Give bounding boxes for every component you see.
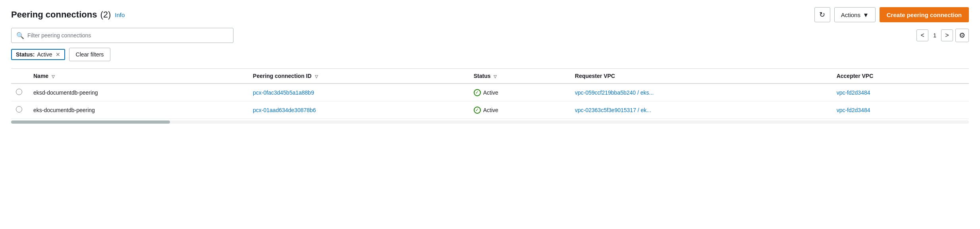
row-accepter-vpc-1: vpc-fd2d3484 bbox=[832, 101, 969, 119]
connection-id-sort-icon[interactable]: ▽ bbox=[315, 74, 318, 79]
actions-button[interactable]: Actions ▼ bbox=[834, 7, 876, 22]
row-name-0: eksd-documentdb-peering bbox=[29, 83, 248, 101]
th-connection-id: Peering connection ID ▽ bbox=[248, 69, 469, 84]
connection-id-link-0[interactable]: pcx-0fac3d45b5a1a88b9 bbox=[253, 89, 314, 96]
search-icon: 🔍 bbox=[16, 32, 24, 39]
row-select-cell bbox=[11, 83, 29, 101]
prev-page-button[interactable]: < bbox=[916, 29, 928, 41]
th-name: Name ▽ bbox=[29, 69, 248, 84]
actions-label: Actions bbox=[841, 12, 860, 18]
table-wrapper: Name ▽ Peering connection ID ▽ Status ▽ … bbox=[11, 68, 969, 124]
page-title: Peering connections bbox=[11, 10, 97, 20]
pagination-area: < 1 > ⚙ bbox=[916, 29, 969, 42]
th-status: Status ▽ bbox=[469, 69, 570, 84]
row-requester-vpc-1: vpc-02363c5f3e9015317 / ek... bbox=[570, 101, 832, 119]
info-link[interactable]: Info bbox=[115, 12, 125, 18]
filter-prefix: Status: bbox=[16, 51, 35, 58]
row-radio-0[interactable] bbox=[16, 89, 22, 95]
status-icon-1: ✓ bbox=[474, 107, 481, 114]
th-select bbox=[11, 69, 29, 84]
row-radio-1[interactable] bbox=[16, 106, 22, 113]
table-row: eks-documentdb-peering pcx-01aad634de308… bbox=[11, 101, 969, 119]
create-peering-button[interactable]: Create peering connection bbox=[880, 7, 969, 22]
refresh-button[interactable]: ↻ bbox=[814, 7, 830, 22]
row-name-1: eks-documentdb-peering bbox=[29, 101, 248, 119]
search-box: 🔍 bbox=[11, 28, 233, 43]
th-accepter-vpc: Accepter VPC bbox=[832, 69, 969, 84]
row-requester-vpc-0: vpc-059ccf219bba5b240 / eks... bbox=[570, 83, 832, 101]
current-page: 1 bbox=[931, 32, 939, 39]
scrollbar-thumb bbox=[11, 120, 170, 124]
table-settings-button[interactable]: ⚙ bbox=[955, 29, 969, 42]
table-row: eksd-documentdb-peering pcx-0fac3d45b5a1… bbox=[11, 83, 969, 101]
accepter-vpc-link-1[interactable]: vpc-fd2d3484 bbox=[837, 107, 870, 113]
table-scrollbar[interactable] bbox=[11, 120, 969, 124]
item-count: (2) bbox=[100, 10, 111, 20]
status-sort-icon[interactable]: ▽ bbox=[494, 74, 497, 79]
search-row: 🔍 < 1 > ⚙ bbox=[11, 28, 969, 43]
page-container: Peering connections (2) Info ↻ Actions ▼… bbox=[0, 0, 980, 124]
filter-remove-icon[interactable]: ✕ bbox=[56, 51, 60, 58]
header-actions: ↻ Actions ▼ Create peering connection bbox=[814, 7, 969, 22]
status-icon-0: ✓ bbox=[474, 89, 481, 96]
row-select-cell bbox=[11, 101, 29, 119]
actions-chevron-icon: ▼ bbox=[863, 12, 869, 18]
accepter-vpc-link-0[interactable]: vpc-fd2d3484 bbox=[837, 89, 870, 96]
name-sort-icon[interactable]: ▽ bbox=[52, 74, 55, 79]
table-header-row: Name ▽ Peering connection ID ▽ Status ▽ … bbox=[11, 69, 969, 84]
row-accepter-vpc-0: vpc-fd2d3484 bbox=[832, 83, 969, 101]
clear-filters-button[interactable]: Clear filters bbox=[69, 48, 111, 61]
connection-id-link-1[interactable]: pcx-01aad634de30878b6 bbox=[253, 107, 316, 113]
header-row: Peering connections (2) Info ↻ Actions ▼… bbox=[11, 7, 969, 22]
row-connection-id-0: pcx-0fac3d45b5a1a88b9 bbox=[248, 83, 469, 101]
filter-row: Status: Active ✕ Clear filters bbox=[11, 48, 969, 61]
requester-vpc-link-0[interactable]: vpc-059ccf219bba5b240 / eks... bbox=[575, 89, 654, 96]
filter-value: Active bbox=[37, 51, 52, 58]
next-page-button[interactable]: > bbox=[941, 29, 953, 41]
th-requester-vpc: Requester VPC bbox=[570, 69, 832, 84]
row-connection-id-1: pcx-01aad634de30878b6 bbox=[248, 101, 469, 119]
row-status-1: ✓ Active bbox=[469, 101, 570, 119]
row-status-0: ✓ Active bbox=[469, 83, 570, 101]
status-text-0: Active bbox=[483, 89, 498, 96]
search-input[interactable] bbox=[27, 32, 228, 39]
active-filter-tag: Status: Active ✕ bbox=[11, 49, 65, 60]
requester-vpc-link-1[interactable]: vpc-02363c5f3e9015317 / ek... bbox=[575, 107, 651, 113]
status-text-1: Active bbox=[483, 107, 498, 113]
peering-connections-table: Name ▽ Peering connection ID ▽ Status ▽ … bbox=[11, 68, 969, 119]
